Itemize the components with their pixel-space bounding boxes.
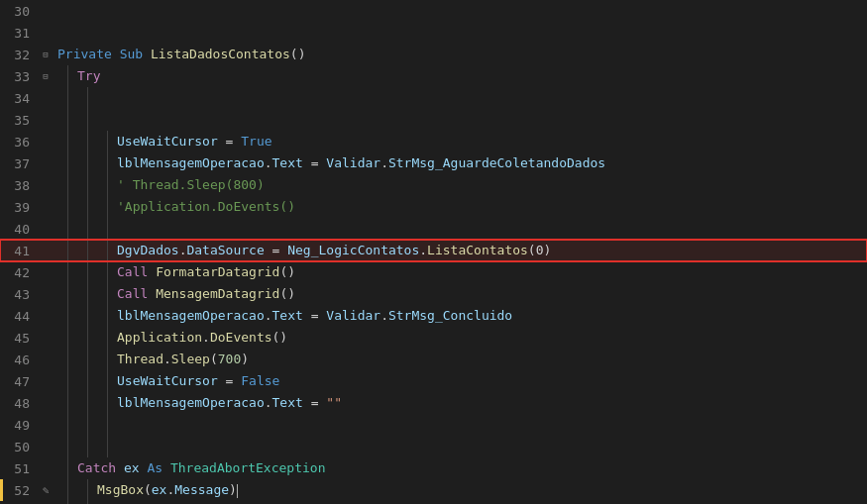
indent-guide [107,392,108,414]
fold-button[interactable]: ⊟ [38,50,54,60]
code-token: Text [272,395,303,410]
code-line-content: UseWaitCursor = False [113,370,867,392]
code-line-content: Private Sub ListaDadosContatos() [54,44,867,65]
code-token [148,264,156,279]
indent-guide [107,436,108,457]
line-row: 36UseWaitCursor = True [0,131,867,152]
indent-guide [87,196,88,218]
code-token: ( [210,352,218,366]
indent-area [54,392,113,414]
indent-guide [87,436,88,457]
line-number: 40 [0,222,38,237]
indent-guide [107,370,108,392]
code-token: = [303,395,326,410]
indent-guide [67,152,68,174]
line-number: 39 [0,200,38,215]
indent-guide [87,109,88,131]
line-row: 33⊟Try [0,65,867,87]
line-row: 32⊟Private Sub ListaDadosContatos() [0,44,867,65]
indent-area [54,87,93,109]
code-token: . [265,155,272,170]
line-row: 35 [0,109,867,131]
indent-area [54,174,113,196]
line-row: 47UseWaitCursor = False [0,370,867,392]
indent-guide [67,436,68,457]
indent-guide [67,414,68,436]
indent-guide [67,87,68,109]
indent-area [54,479,93,501]
code-token: lblMensagemOperacao [117,308,265,323]
indent-guide [67,131,68,152]
fold-button[interactable]: ⊟ [38,71,54,82]
line-row: 40 [0,218,867,240]
indent-area [54,152,113,174]
indent-area [54,349,113,370]
indent-area [54,305,113,327]
code-token: () [279,286,295,301]
code-token: ex [124,460,140,475]
line-number: 32 [0,48,38,62]
indent-guide [87,240,88,261]
code-token: . [380,155,388,170]
indent-guide [107,327,108,349]
indent-guide [107,196,108,218]
code-token: lblMensagemOperacao [117,155,265,170]
line-number: 51 [0,461,38,476]
indent-guide [67,305,68,327]
indent-guide [107,261,108,283]
code-line-content: Call FormatarDatagrid() [113,261,867,283]
indent-guide [67,327,68,349]
code-token: Private [57,47,112,61]
indent-area [54,65,73,87]
indent-guide [67,109,68,131]
code-token: Sub [120,47,143,61]
code-token: . [380,308,388,323]
line-number: 49 [0,418,38,433]
indent-guide [87,305,88,327]
line-number: 33 [0,69,38,84]
code-line-content: Thread.Sleep(700) [113,349,867,370]
indent-guide [87,327,88,349]
indent-area [54,240,113,261]
line-row: 44lblMensagemOperacao.Text = Validar.Str… [0,305,867,327]
code-token: = [303,308,326,323]
code-token: Call [117,286,148,301]
indent-area [54,457,73,479]
line-row: 34 [0,87,867,109]
indent-guide [67,240,68,261]
indent-guide [67,349,68,370]
line-number: 36 [0,135,38,150]
code-token: Application [117,330,202,345]
indent-area [54,370,113,392]
indent-guide [67,479,68,501]
indent-guide [107,414,108,436]
code-token: ) [241,352,249,366]
code-token: 'Application.DoEvents() [117,199,295,214]
line-number: 31 [0,26,38,41]
line-number: 47 [0,374,38,389]
indent-guide [107,349,108,370]
code-token: ThreadAbortException [170,460,326,475]
indent-guide [67,65,68,87]
indent-guide [107,152,108,174]
indent-guide [67,174,68,196]
indent-guide [87,370,88,392]
code-token: As [147,460,163,475]
code-token: Text [272,308,303,323]
code-line-content: lblMensagemOperacao.Text = Validar.StrMs… [113,305,867,327]
indent-area [54,196,113,218]
code-token: Sleep [171,352,210,366]
modified-indicator [0,479,3,501]
indent-guide [67,283,68,305]
line-row: 46Thread.Sleep(700) [0,349,867,370]
code-token [148,286,156,301]
code-token: "" [326,395,342,410]
code-token: ( [144,482,152,497]
code-line-content: DgvDados.DataSource = Neg_LogicContatos.… [113,240,867,261]
code-line-content: Catch ex As ThreadAbortException [73,457,867,479]
code-token: ' Thread.Sleep(800) [117,177,265,192]
line-number: 48 [0,396,38,411]
code-line-content: Try [73,65,867,87]
code-token: UseWaitCursor [117,134,218,149]
code-token: = [303,155,326,170]
